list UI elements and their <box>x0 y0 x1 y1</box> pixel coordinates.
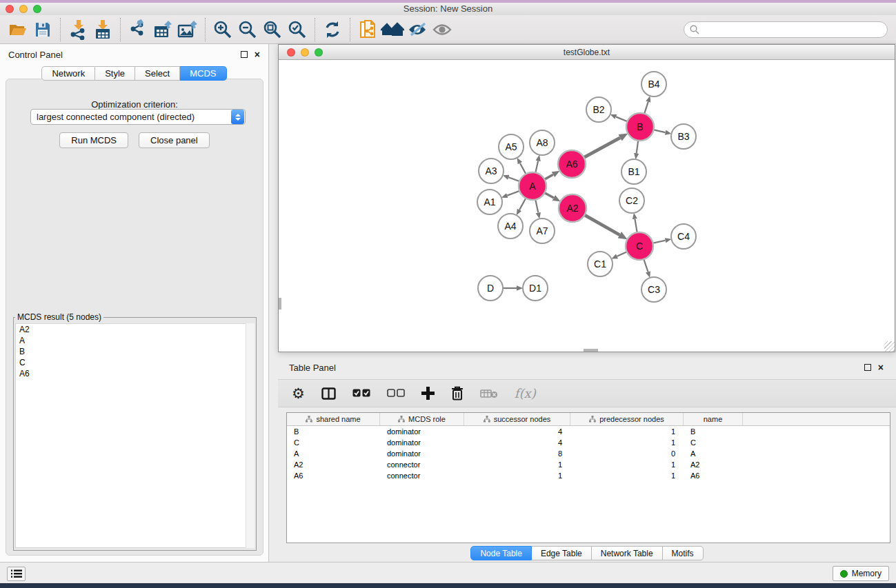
delete-table-icon <box>480 389 498 398</box>
graph-node-B2[interactable]: B2 <box>586 97 611 122</box>
column-header-predecessor-nodes[interactable]: predecessor nodes <box>570 413 684 425</box>
mcds-result-list[interactable]: A2ABCA6 <box>15 323 255 548</box>
graph-node-D[interactable]: D <box>478 276 503 301</box>
column-header-shared-name[interactable]: shared name <box>287 413 380 425</box>
graph-node-A6[interactable]: A6 <box>558 150 586 178</box>
graph-node-C4[interactable]: C4 <box>671 224 696 249</box>
table-tab-node-table[interactable]: Node Table <box>470 546 532 560</box>
graph-node-B4[interactable]: B4 <box>641 72 666 97</box>
table-cell: B <box>287 427 380 436</box>
table-tab-motifs[interactable]: Motifs <box>663 546 704 560</box>
close-network-window-icon[interactable] <box>287 48 295 57</box>
zoom-selected-button[interactable] <box>285 17 310 42</box>
zoom-fit-button[interactable] <box>260 17 285 42</box>
clone-network-button[interactable] <box>355 17 380 42</box>
tab-network[interactable]: Network <box>41 66 95 81</box>
graph-node-A7[interactable]: A7 <box>530 219 555 243</box>
memory-button[interactable]: Memory <box>833 566 889 581</box>
search-field[interactable] <box>684 21 888 38</box>
tab-style[interactable]: Style <box>95 66 135 81</box>
table-row[interactable]: A6connector11A6 <box>287 470 890 481</box>
criterion-dropdown[interactable]: largest connected component (directed) <box>30 109 246 125</box>
table-cell: 1 <box>570 427 684 436</box>
import-network-button[interactable] <box>66 17 90 42</box>
hide-graphics-details-button[interactable] <box>405 17 430 42</box>
column-header-successor-nodes[interactable]: successor nodes <box>464 413 570 425</box>
graph-edge-A2-C[interactable] <box>584 214 620 235</box>
graph-node-A[interactable]: A <box>519 172 546 200</box>
close-panel-icon[interactable]: × <box>255 51 260 58</box>
float-table-panel-icon[interactable] <box>864 364 871 371</box>
import-table-button[interactable] <box>90 17 115 42</box>
graph-node-A4[interactable]: A4 <box>498 214 523 239</box>
table-tab-edge-table[interactable]: Edge Table <box>532 546 592 560</box>
refresh-button[interactable] <box>320 17 345 42</box>
search-input[interactable] <box>704 25 882 34</box>
table-row[interactable]: Cdominator41C <box>287 437 890 448</box>
result-item-a[interactable]: A <box>16 335 254 346</box>
export-table-button[interactable] <box>150 17 175 42</box>
graph-node-C1[interactable]: C1 <box>588 252 613 276</box>
result-list-scrollbar[interactable] <box>246 323 255 548</box>
result-item-a2[interactable]: A2 <box>16 324 254 335</box>
open-session-button[interactable] <box>6 17 30 42</box>
zoom-out-button[interactable] <box>235 17 260 42</box>
close-window-icon[interactable] <box>6 5 14 13</box>
result-item-c[interactable]: C <box>16 357 254 368</box>
show-graphics-details-button[interactable] <box>430 17 455 42</box>
graph-node-B1[interactable]: B1 <box>621 159 646 184</box>
graph-edge-A6-B[interactable] <box>583 138 620 159</box>
gear-icon: ⚙ <box>292 387 305 401</box>
result-item-a6[interactable]: A6 <box>16 368 254 379</box>
import-network-icon <box>68 19 88 40</box>
task-history-button[interactable] <box>7 567 26 581</box>
table-row[interactable]: A2connector11A2 <box>287 459 890 470</box>
column-header-name[interactable]: name <box>684 413 743 425</box>
function-builder-button[interactable]: f(x) <box>515 386 536 401</box>
zoom-network-window-icon[interactable] <box>315 48 323 57</box>
graph-edge-C-C2[interactable] <box>635 219 637 234</box>
run-mcds-button[interactable]: Run MCDS <box>59 132 128 148</box>
dropdown-stepper-icon <box>231 110 244 124</box>
network-vertical-scrollbar[interactable] <box>279 298 281 310</box>
select-all-columns-button[interactable] <box>352 389 370 398</box>
result-item-b[interactable]: B <box>16 346 254 357</box>
export-network-button[interactable] <box>126 17 150 42</box>
window-resize-grip[interactable] <box>884 341 895 352</box>
graph-node-A8[interactable]: A8 <box>530 130 555 155</box>
zoom-in-button[interactable] <box>210 17 235 42</box>
deselect-all-columns-button[interactable] <box>387 389 405 398</box>
network-horizontal-scrollbar[interactable] <box>584 349 598 352</box>
graph-node-A2[interactable]: A2 <box>559 194 586 222</box>
graph-node-A3[interactable]: A3 <box>479 159 504 183</box>
table-row[interactable]: Adominator80A <box>287 448 890 459</box>
delete-table-button[interactable] <box>480 389 498 398</box>
minimize-window-icon[interactable] <box>19 5 28 13</box>
home-button[interactable] <box>380 17 405 42</box>
table-row[interactable]: Bdominator41B <box>287 426 890 437</box>
graph-node-C[interactable]: C <box>626 232 653 260</box>
delete-column-button[interactable] <box>451 386 464 401</box>
tab-mcds[interactable]: MCDS <box>180 66 226 81</box>
export-image-button[interactable] <box>175 17 200 42</box>
create-column-button[interactable] <box>421 387 435 400</box>
graph-node-D1[interactable]: D1 <box>523 276 548 301</box>
network-canvas[interactable]: AA1A2A3A4A5A6A7A8BB1B2B3B4CC1C2C3C4DD1 <box>279 61 895 352</box>
graph-node-B3[interactable]: B3 <box>671 124 696 149</box>
close-panel-button[interactable]: Close panel <box>139 132 210 148</box>
table-tab-network-table[interactable]: Network Table <box>592 546 663 560</box>
minimize-network-window-icon[interactable] <box>301 48 309 57</box>
save-session-button[interactable] <box>30 17 55 42</box>
table-settings-button[interactable]: ⚙ <box>292 387 305 401</box>
close-table-panel-icon[interactable]: × <box>878 364 884 371</box>
graph-node-A5[interactable]: A5 <box>499 134 524 159</box>
column-header-mcds-role[interactable]: MCDS role <box>380 413 464 425</box>
graph-node-B[interactable]: B <box>626 113 654 141</box>
graph-node-C3[interactable]: C3 <box>641 277 666 302</box>
tab-select[interactable]: Select <box>135 66 180 81</box>
graph-node-C2[interactable]: C2 <box>619 188 644 213</box>
zoom-window-icon[interactable] <box>33 5 41 13</box>
graph-node-A1[interactable]: A1 <box>477 190 502 214</box>
show-column-panel-button[interactable] <box>321 387 336 400</box>
float-panel-icon[interactable] <box>241 51 248 58</box>
